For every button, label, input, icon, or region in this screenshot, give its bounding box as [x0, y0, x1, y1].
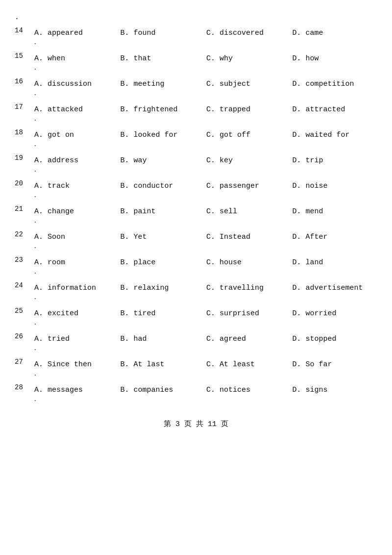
- question-26: 26A. triedB. hadC. agreedD. stopped·: [15, 333, 377, 353]
- question-25: 25A. excitedB. tiredC. surprisedD. worri…: [15, 307, 377, 328]
- dot-line-20: ·: [33, 193, 377, 201]
- question-19: 19A. addressB. wayC. keyD. trip·: [15, 154, 377, 175]
- dot-line-14: ·: [33, 40, 377, 48]
- dot-line-23: ·: [33, 270, 377, 277]
- question-number-27: 27: [15, 358, 33, 365]
- dot-line-25: ·: [33, 321, 377, 328]
- question-27: 27A. Since thenB. At lastC. At leastD. S…: [15, 358, 377, 379]
- option-21-d[interactable]: D. mend: [292, 205, 378, 218]
- option-18-b[interactable]: B. looked for: [120, 129, 206, 141]
- option-25-d[interactable]: D. worried: [292, 307, 378, 320]
- dot-line-16: ·: [33, 91, 377, 99]
- option-16-a[interactable]: A. discussion: [33, 78, 120, 90]
- option-16-d[interactable]: D. competition: [292, 78, 378, 90]
- dot-line-24: ·: [33, 295, 377, 303]
- option-19-c[interactable]: C. key: [205, 154, 292, 167]
- question-number-14: 14: [15, 27, 33, 34]
- question-number-22: 22: [15, 231, 33, 238]
- option-17-b[interactable]: B. frightened: [120, 103, 206, 116]
- question-21: 21A. changeB. paintC. sellD. mend·: [15, 205, 377, 226]
- option-25-c[interactable]: C. surprised: [205, 307, 292, 320]
- option-27-a[interactable]: A. Since then: [33, 358, 120, 371]
- option-15-a[interactable]: A. when: [33, 52, 120, 65]
- question-24: 24A. informationB. relaxingC. travelling…: [15, 282, 377, 303]
- option-19-d[interactable]: D. trip: [292, 154, 378, 167]
- option-26-b[interactable]: B. had: [120, 333, 206, 345]
- question-15: 15A. whenB. thatC. whyD. how·: [15, 52, 377, 73]
- option-19-b[interactable]: B. way: [120, 154, 206, 167]
- option-28-d[interactable]: D. signs: [292, 384, 378, 396]
- option-24-d[interactable]: D. advertisement: [292, 282, 378, 294]
- option-15-c[interactable]: C. why: [205, 52, 292, 65]
- option-20-b[interactable]: B. conductor: [120, 180, 206, 192]
- option-23-c[interactable]: C. house: [205, 256, 292, 269]
- option-14-c[interactable]: C. discovered: [205, 27, 292, 39]
- option-27-c[interactable]: C. At least: [205, 358, 292, 371]
- questions-container: 14A. appearedB. foundC. discoveredD. cam…: [15, 27, 377, 404]
- option-23-a[interactable]: A. room: [33, 256, 120, 269]
- dot-line-28: ·: [33, 397, 377, 404]
- question-16: 16A. discussionB. meetingC. subjectD. co…: [15, 78, 377, 99]
- option-19-a[interactable]: A. address: [33, 154, 120, 167]
- question-number-28: 28: [15, 384, 33, 391]
- option-18-a[interactable]: A. got on: [33, 129, 120, 141]
- option-18-c[interactable]: C. got off: [205, 129, 292, 141]
- option-28-b[interactable]: B. companies: [120, 384, 206, 396]
- option-28-c[interactable]: C. notices: [205, 384, 292, 396]
- option-26-c[interactable]: C. agreed: [205, 333, 292, 345]
- option-17-a[interactable]: A. attacked: [33, 103, 120, 116]
- question-number-24: 24: [15, 282, 33, 289]
- question-number-25: 25: [15, 307, 33, 314]
- option-22-a[interactable]: A. Soon: [33, 231, 120, 243]
- option-28-a[interactable]: A. messages: [33, 384, 120, 396]
- question-number-18: 18: [15, 129, 33, 136]
- question-28: 28A. messagesB. companiesC. noticesD. si…: [15, 384, 377, 404]
- option-14-b[interactable]: B. found: [120, 27, 206, 39]
- question-17: 17A. attackedB. frightenedC. trappedD. a…: [15, 103, 377, 124]
- option-20-a[interactable]: A. track: [33, 180, 120, 192]
- option-24-b[interactable]: B. relaxing: [120, 282, 206, 294]
- dot-line-27: ·: [33, 372, 377, 379]
- option-15-b[interactable]: B. that: [120, 52, 206, 65]
- option-27-b[interactable]: B. At last: [120, 358, 206, 371]
- question-23: 23A. roomB. placeC. houseD. land·: [15, 256, 377, 277]
- dot-line-17: ·: [33, 117, 377, 124]
- option-25-b[interactable]: B. tired: [120, 307, 206, 320]
- option-26-d[interactable]: D. stopped: [292, 333, 378, 345]
- option-20-d[interactable]: D. noise: [292, 180, 378, 192]
- option-21-c[interactable]: C. sell: [205, 205, 292, 218]
- option-23-d[interactable]: D. land: [292, 256, 378, 269]
- option-24-c[interactable]: C. travelling: [205, 282, 292, 294]
- option-17-d[interactable]: D. attracted: [292, 103, 378, 116]
- option-26-a[interactable]: A. tried: [33, 333, 120, 345]
- option-25-a[interactable]: A. excited: [33, 307, 120, 320]
- footer: 第 3 页 共 11 页: [15, 419, 377, 429]
- option-14-a[interactable]: A. appeared: [33, 27, 120, 39]
- question-22: 22A. SoonB. YetC. InsteadD. After·: [15, 231, 377, 252]
- option-22-b[interactable]: B. Yet: [120, 231, 206, 243]
- question-number-17: 17: [15, 103, 33, 110]
- option-27-d[interactable]: D. So far: [292, 358, 378, 371]
- option-17-c[interactable]: C. trapped: [205, 103, 292, 116]
- option-18-d[interactable]: D. waited for: [292, 129, 378, 141]
- option-14-d[interactable]: D. came: [292, 27, 378, 39]
- question-number-26: 26: [15, 333, 33, 340]
- option-16-c[interactable]: C. subject: [205, 78, 292, 90]
- question-14: 14A. appearedB. foundC. discoveredD. cam…: [15, 27, 377, 48]
- option-16-b[interactable]: B. meeting: [120, 78, 206, 90]
- question-number-16: 16: [15, 78, 33, 85]
- option-15-d[interactable]: D. how: [292, 52, 378, 65]
- option-21-a[interactable]: A. change: [33, 205, 120, 218]
- option-20-c[interactable]: C. passenger: [205, 180, 292, 192]
- question-20: 20A. trackB. conductorC. passengerD. noi…: [15, 180, 377, 201]
- dot-line-15: ·: [33, 66, 377, 73]
- option-24-a[interactable]: A. information: [33, 282, 120, 294]
- option-21-b[interactable]: B. paint: [120, 205, 206, 218]
- option-22-c[interactable]: C. Instead: [205, 231, 292, 243]
- option-23-b[interactable]: B. place: [120, 256, 206, 269]
- dot-line-19: ·: [33, 168, 377, 175]
- question-number-23: 23: [15, 256, 33, 263]
- option-22-d[interactable]: D. After: [292, 231, 378, 243]
- dot-line-26: ·: [33, 346, 377, 353]
- dot-line-22: ·: [33, 244, 377, 252]
